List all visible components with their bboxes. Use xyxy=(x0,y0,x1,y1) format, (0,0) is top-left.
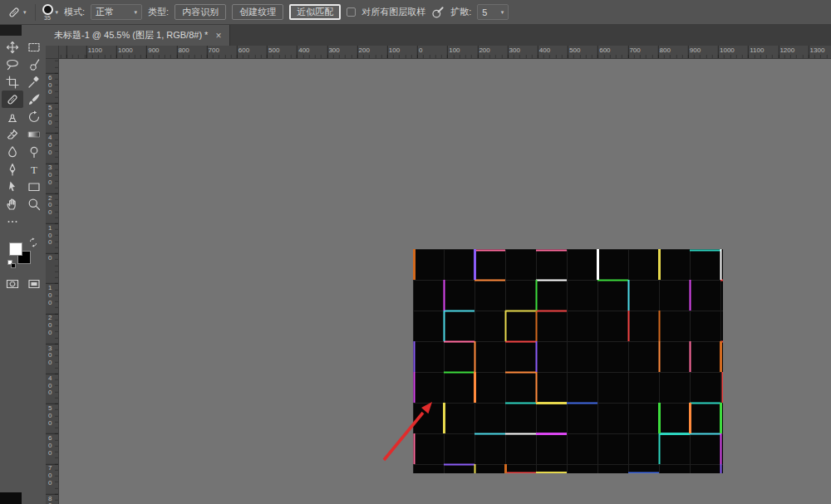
brush-size-picker[interactable]: 35 ▾ xyxy=(42,4,59,21)
lasso-icon xyxy=(6,58,19,71)
h-ruler-number: 900 xyxy=(148,47,159,54)
h-ruler-number: 400 xyxy=(539,47,550,54)
tool-spot-healing-brush[interactable] xyxy=(2,91,23,108)
tool-preset-picker[interactable]: ▾ xyxy=(6,4,28,21)
h-ruler-number: 900 xyxy=(690,47,701,54)
type-icon: T xyxy=(27,163,41,176)
h-ruler-number: 500 xyxy=(569,47,580,54)
h-ruler-number: 800 xyxy=(660,47,671,54)
spot-healing-brush-icon xyxy=(7,6,21,19)
dodge-icon xyxy=(27,145,41,159)
chevron-down-icon: ▾ xyxy=(135,9,138,16)
toolbar-collapse-strip[interactable] xyxy=(0,25,22,36)
tool-quick-selection[interactable] xyxy=(23,56,45,73)
tool-hand[interactable] xyxy=(2,195,23,213)
photoshop-window: ▾ 35 ▾ 模式: 正常 ▾ 类型: 内容识别 创建纹理 近似匹配 对所有图层… xyxy=(0,0,831,504)
tool-zoom[interactable] xyxy=(23,195,45,213)
v-ruler-number: 300 xyxy=(48,164,53,186)
tool-rectangular-marquee[interactable] xyxy=(23,38,45,56)
tablet-pressure-icon[interactable] xyxy=(431,6,445,19)
document-tab-title: 未标题-1 @ 45.5% (图层 1, RGB/8#) * xyxy=(54,29,208,42)
tool-gradient[interactable] xyxy=(23,125,45,143)
tool-pen[interactable] xyxy=(2,160,23,178)
h-ruler-number: 600 xyxy=(599,47,610,54)
history-brush-icon xyxy=(27,110,41,124)
v-ruler-number: 200 xyxy=(48,315,53,336)
tool-eraser[interactable] xyxy=(2,125,23,143)
mode-label: 模式: xyxy=(64,6,85,18)
type-button-0[interactable]: 内容识别 xyxy=(175,4,226,20)
more-options-icon xyxy=(6,215,19,228)
chevron-down-icon: ▾ xyxy=(23,9,27,16)
tab-close-icon[interactable]: × xyxy=(215,31,221,41)
document-tab-bar: 未标题-1 @ 45.5% (图层 1, RGB/8#) * × xyxy=(46,25,831,46)
h-ruler-number: 200 xyxy=(479,47,489,54)
tool-path-selection[interactable] xyxy=(2,178,23,195)
tool-dodge[interactable] xyxy=(23,143,45,160)
type-button-1[interactable]: 创建纹理 xyxy=(232,4,283,20)
h-ruler-number: 1000 xyxy=(118,47,133,54)
zoom-icon xyxy=(27,198,41,211)
tool-lasso[interactable] xyxy=(2,56,23,73)
pen-icon xyxy=(6,163,19,176)
tool-crop[interactable] xyxy=(2,73,23,91)
blur-drop-icon xyxy=(6,145,19,159)
brush-icon xyxy=(27,93,41,106)
tool-rectangle-shape[interactable] xyxy=(23,178,45,195)
v-ruler-number: 600 xyxy=(48,75,53,96)
toolbar: T xyxy=(0,25,46,504)
v-ruler-number: 500 xyxy=(48,405,53,427)
h-ruler-number: 0 xyxy=(419,47,422,54)
v-ruler-number: 100 xyxy=(48,285,53,306)
v-ruler-number: 800 xyxy=(48,496,53,504)
v-ruler-number: 400 xyxy=(48,135,53,156)
tool-blur[interactable] xyxy=(2,143,23,160)
tool-grid-spacer xyxy=(23,213,45,230)
horizontal-ruler[interactable]: 1100100090080070060050040030020010001002… xyxy=(59,46,831,59)
mini-background-swatch xyxy=(11,263,16,268)
vertical-ruler[interactable]: 6005004003002001000100200300400500600700… xyxy=(46,59,59,504)
spot-healing-brush-icon xyxy=(6,93,19,106)
quick-mask-icon xyxy=(6,277,19,291)
type-button-2[interactable]: 近似匹配 xyxy=(289,4,341,20)
v-ruler-number: 100 xyxy=(48,225,53,247)
type-label: 类型: xyxy=(148,6,169,18)
path-selection-icon xyxy=(6,180,19,193)
brush-size-value: 35 xyxy=(44,15,51,21)
tool-more-options[interactable] xyxy=(2,213,23,230)
tool-history-brush[interactable] xyxy=(23,108,45,125)
document-tab[interactable]: 未标题-1 @ 45.5% (图层 1, RGB/8#) * × xyxy=(46,25,230,46)
tool-brush[interactable] xyxy=(23,91,45,108)
v-ruler-number: 400 xyxy=(48,375,53,397)
tool-move[interactable] xyxy=(2,38,23,56)
h-ruler-number: 300 xyxy=(509,47,520,54)
diffusion-select[interactable]: 5 ▾ xyxy=(477,4,509,20)
divider xyxy=(35,4,36,21)
color-swatches xyxy=(7,237,40,272)
window-corner xyxy=(0,492,22,504)
h-ruler-number: 100 xyxy=(389,47,400,54)
mode-select[interactable]: 正常 ▾ xyxy=(91,4,142,20)
default-colors-icon[interactable] xyxy=(7,260,17,269)
h-ruler-number: 700 xyxy=(629,47,640,54)
clone-stamp-icon xyxy=(6,110,19,124)
sample-all-layers-label: 对所有图层取样 xyxy=(361,6,425,18)
chevron-down-icon: ▾ xyxy=(501,9,504,16)
tool-type[interactable]: T xyxy=(23,160,45,178)
h-ruler-number: 1100 xyxy=(750,47,764,54)
screen-mode-button[interactable] xyxy=(23,275,45,292)
marquee-icon xyxy=(27,41,41,54)
foreground-color-swatch[interactable] xyxy=(9,242,22,256)
v-ruler-number: 500 xyxy=(48,105,53,126)
tool-eyedropper[interactable] xyxy=(23,73,45,91)
h-ruler-number: 100 xyxy=(449,47,460,54)
quick-mask-button[interactable] xyxy=(2,275,23,292)
h-ruler-number: 400 xyxy=(298,47,309,54)
swap-colors-icon[interactable] xyxy=(28,237,38,247)
sample-all-layers-checkbox[interactable] xyxy=(347,7,356,17)
tool-clone-stamp[interactable] xyxy=(2,108,23,125)
document-canvas[interactable] xyxy=(413,249,723,473)
h-ruler-number: 1100 xyxy=(88,47,102,54)
h-ruler-number: 1300 xyxy=(810,47,825,54)
v-ruler-number: 600 xyxy=(48,435,53,457)
